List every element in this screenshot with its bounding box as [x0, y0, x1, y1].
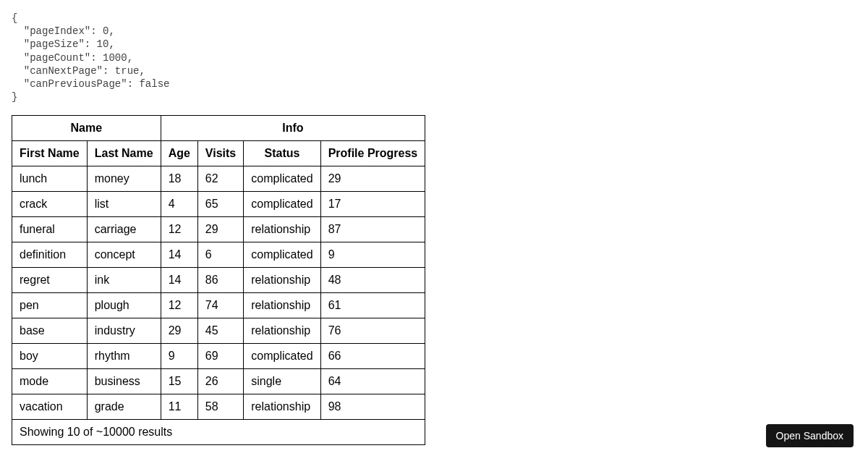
cell-profileProgress: 76	[320, 318, 425, 344]
cell-status: relationship	[244, 318, 320, 344]
cell-age: 15	[161, 369, 197, 394]
cell-status: complicated	[244, 242, 320, 268]
cell-visits: 29	[197, 217, 243, 242]
table-row: funeralcarriage1229relationship87	[12, 217, 425, 242]
cell-firstName: regret	[12, 268, 88, 293]
header-group-info: Info	[161, 116, 425, 141]
table-row: definitionconcept146complicated9	[12, 242, 425, 268]
table-body: lunchmoney1862complicated29cracklist465c…	[12, 166, 425, 420]
cell-age: 11	[161, 394, 197, 420]
header-age: Age	[161, 141, 197, 166]
cell-age: 29	[161, 318, 197, 344]
cell-visits: 58	[197, 394, 243, 420]
cell-status: relationship	[244, 394, 320, 420]
cell-firstName: base	[12, 318, 88, 344]
table-row: penplough1274relationship61	[12, 293, 425, 318]
cell-age: 18	[161, 166, 197, 192]
cell-status: relationship	[244, 217, 320, 242]
header-profile-progress: Profile Progress	[320, 141, 425, 166]
data-table: Name Info First Name Last Name Age Visit…	[12, 115, 425, 445]
table-row: cracklist465complicated17	[12, 192, 425, 217]
cell-visits: 65	[197, 192, 243, 217]
cell-lastName: grade	[87, 394, 161, 420]
cell-visits: 6	[197, 242, 243, 268]
cell-status: complicated	[244, 192, 320, 217]
debug-json-output: { "pageIndex": 0, "pageSize": 10, "pageC…	[12, 12, 856, 104]
cell-visits: 62	[197, 166, 243, 192]
cell-lastName: ink	[87, 268, 161, 293]
table-row: lunchmoney1862complicated29	[12, 166, 425, 192]
cell-lastName: money	[87, 166, 161, 192]
cell-profileProgress: 17	[320, 192, 425, 217]
cell-lastName: carriage	[87, 217, 161, 242]
cell-visits: 69	[197, 344, 243, 369]
cell-profileProgress: 98	[320, 394, 425, 420]
header-status: Status	[244, 141, 320, 166]
cell-age: 9	[161, 344, 197, 369]
table-footer: Showing 10 of ~10000 results	[12, 420, 425, 445]
header-first-name: First Name	[12, 141, 88, 166]
cell-visits: 26	[197, 369, 243, 394]
cell-status: complicated	[244, 166, 320, 192]
cell-status: complicated	[244, 344, 320, 369]
cell-profileProgress: 9	[320, 242, 425, 268]
cell-firstName: funeral	[12, 217, 88, 242]
cell-profileProgress: 48	[320, 268, 425, 293]
cell-visits: 45	[197, 318, 243, 344]
cell-visits: 86	[197, 268, 243, 293]
cell-lastName: business	[87, 369, 161, 394]
cell-firstName: vacation	[12, 394, 88, 420]
table-row: modebusiness1526single64	[12, 369, 425, 394]
table-row: baseindustry2945relationship76	[12, 318, 425, 344]
header-last-name: Last Name	[87, 141, 161, 166]
cell-firstName: definition	[12, 242, 88, 268]
cell-age: 4	[161, 192, 197, 217]
cell-firstName: lunch	[12, 166, 88, 192]
open-sandbox-button[interactable]: Open Sandbox	[766, 424, 854, 447]
table-row: boyrhythm969complicated66	[12, 344, 425, 369]
cell-profileProgress: 64	[320, 369, 425, 394]
table-row: vacationgrade1158relationship98	[12, 394, 425, 420]
cell-lastName: industry	[87, 318, 161, 344]
cell-profileProgress: 29	[320, 166, 425, 192]
cell-profileProgress: 66	[320, 344, 425, 369]
cell-age: 12	[161, 217, 197, 242]
cell-status: relationship	[244, 293, 320, 318]
cell-lastName: concept	[87, 242, 161, 268]
cell-firstName: crack	[12, 192, 88, 217]
cell-age: 14	[161, 242, 197, 268]
cell-age: 14	[161, 268, 197, 293]
cell-age: 12	[161, 293, 197, 318]
cell-status: relationship	[244, 268, 320, 293]
cell-profileProgress: 87	[320, 217, 425, 242]
cell-firstName: mode	[12, 369, 88, 394]
cell-firstName: boy	[12, 344, 88, 369]
cell-lastName: list	[87, 192, 161, 217]
header-group-name: Name	[12, 116, 161, 141]
cell-status: single	[244, 369, 320, 394]
cell-visits: 74	[197, 293, 243, 318]
cell-profileProgress: 61	[320, 293, 425, 318]
cell-lastName: rhythm	[87, 344, 161, 369]
cell-lastName: plough	[87, 293, 161, 318]
table-row: regretink1486relationship48	[12, 268, 425, 293]
header-visits: Visits	[197, 141, 243, 166]
cell-firstName: pen	[12, 293, 88, 318]
